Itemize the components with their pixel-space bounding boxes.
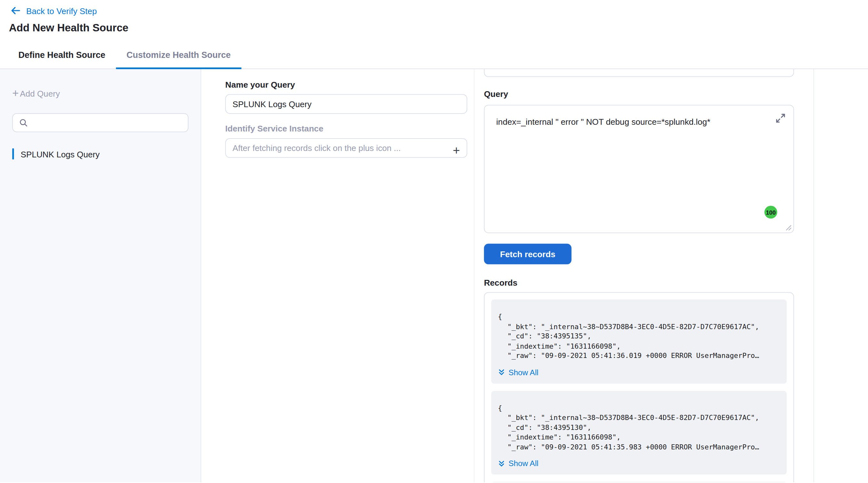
query-sidebar: + Add Query SPLUNK Logs Query: [0, 69, 201, 482]
tab-customize-health-source[interactable]: Customize Health Source: [116, 41, 241, 68]
show-all-label: Show All: [508, 459, 538, 468]
query-search-box: [12, 113, 188, 132]
json-line: "_raw": "09-09-2021 05:41:36.019 +0000 E…: [498, 351, 779, 361]
record-card: [491, 482, 787, 482]
json-line: {: [498, 403, 779, 413]
back-to-verify-step-link[interactable]: Back to Verify Step: [26, 6, 97, 16]
show-all-link[interactable]: Show All: [498, 458, 779, 469]
clipped-top-input[interactable]: [484, 69, 794, 77]
back-arrow-icon: [10, 5, 21, 16]
resize-handle[interactable]: [785, 225, 792, 231]
records-panel: { "_bkt": "_internal~38~D537D8B4-3EC0-4D…: [484, 292, 794, 482]
main-content: + Add Query SPLUNK Logs Query Name your …: [0, 69, 868, 482]
query-name-input[interactable]: [225, 94, 467, 114]
selected-indicator: [12, 148, 14, 160]
query-search-input[interactable]: [28, 114, 188, 132]
add-query-button[interactable]: + Add Query: [12, 88, 188, 99]
json-line: "_cd": "38:4395130",: [498, 423, 779, 432]
search-icon: [19, 118, 28, 127]
name-query-label: Name your Query: [225, 80, 467, 90]
query-input[interactable]: index=_internal " error " NOT debug sour…: [484, 105, 794, 233]
records-label: Records: [484, 278, 794, 288]
json-line: "_indextime": "1631166098",: [498, 341, 779, 351]
query-text: index=_internal " error " NOT debug sour…: [496, 117, 710, 127]
add-query-label: Add Query: [20, 88, 60, 98]
chevrons-down-icon: [498, 460, 505, 467]
plus-icon: +: [12, 88, 19, 98]
service-instance-field: +: [225, 138, 467, 158]
expand-query-icon[interactable]: [773, 111, 788, 125]
add-health-source-page: Back to Verify Step Add New Health Sourc…: [0, 0, 868, 483]
chevrons-down-icon: [498, 368, 505, 376]
tab-define-health-source[interactable]: Define Health Source: [8, 41, 116, 68]
page-header: Back to Verify Step Add New Health Sourc…: [0, 0, 868, 41]
service-instance-label: Identify Service Instance: [225, 124, 467, 134]
json-line: "_cd": "38:4395135",: [498, 331, 779, 341]
query-item-label: SPLUNK Logs Query: [21, 149, 100, 159]
record-card: { "_bkt": "_internal~38~D537D8B4-3EC0-4D…: [491, 299, 787, 383]
json-line: "_indextime": "1631166098",: [498, 432, 779, 442]
json-line: "_bkt": "_internal~38~D537D8B4-3EC0-4D5E…: [498, 322, 779, 331]
json-line: "_bkt": "_internal~38~D537D8B4-3EC0-4D5E…: [498, 413, 779, 423]
query-form-column: Name your Query Identify Service Instanc…: [201, 69, 474, 482]
add-service-instance-icon[interactable]: +: [453, 145, 460, 156]
fetch-records-button[interactable]: Fetch records: [484, 244, 571, 265]
record-card: { "_bkt": "_internal~38~D537D8B4-3EC0-4D…: [491, 391, 787, 474]
query-label: Query: [484, 89, 794, 99]
query-list-item[interactable]: SPLUNK Logs Query: [12, 147, 188, 160]
tab-bar: Define Health Source Customize Health So…: [0, 41, 868, 69]
json-line: {: [498, 312, 779, 322]
service-instance-input[interactable]: [225, 138, 467, 158]
page-title: Add New Health Source: [0, 17, 868, 34]
right-spacer: [813, 69, 868, 482]
record-count-badge: 100: [764, 206, 777, 218]
show-all-label: Show All: [508, 368, 538, 377]
json-line: "_raw": "09-09-2021 05:41:35.983 +0000 E…: [498, 442, 779, 452]
query-panel: Query index=_internal " error " NOT debu…: [475, 69, 814, 482]
show-all-link[interactable]: Show All: [498, 367, 779, 378]
